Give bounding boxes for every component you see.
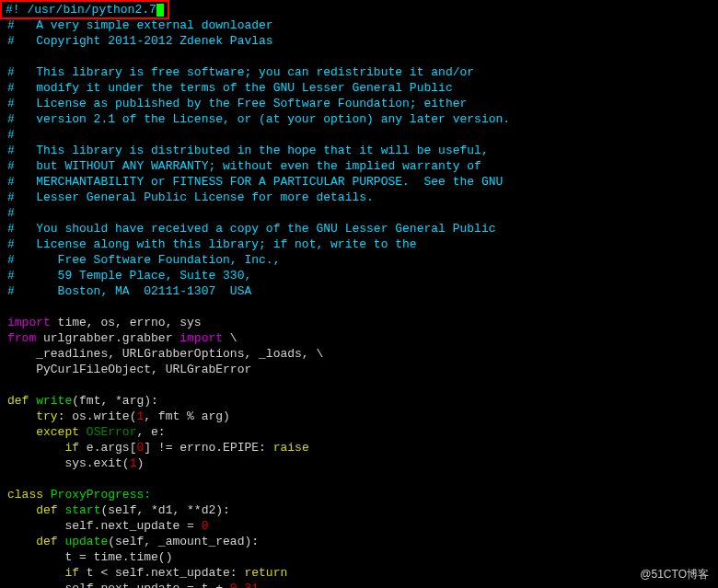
comment-line[interactable]: # You should have received a copy of the…	[7, 221, 711, 236]
comment-line[interactable]: # Boston, MA 02111-1307 USA	[7, 283, 711, 299]
comment-line[interactable]: # This library is free software; you can…	[7, 64, 711, 80]
except-line[interactable]: except OSError, e:	[7, 424, 711, 440]
next-update-t[interactable]: self.next_update = t + 0.31	[7, 581, 711, 588]
comment-line[interactable]: # License as published by the Free Softw…	[7, 96, 711, 111]
comment-line[interactable]	[7, 49, 711, 64]
def-write[interactable]: def write(fmt, *arg):	[7, 393, 711, 409]
class-def[interactable]: class ProxyProgress:	[7, 487, 711, 502]
def-update[interactable]: def update(self, _amount_read):	[7, 534, 711, 549]
t-time[interactable]: t = time.time()	[7, 549, 711, 565]
comment-line[interactable]: # modify it under the terms of the GNU L…	[7, 80, 711, 96]
blank-line	[7, 377, 711, 393]
shebang-line[interactable]: #! /usr/bin/python2.7	[6, 3, 156, 17]
watermark: @51CTO博客	[640, 567, 709, 582]
blank-line	[7, 299, 711, 315]
shebang-highlight-box: #! /usr/bin/python2.7	[0, 0, 169, 19]
comment-line[interactable]: # Lesser General Public License for more…	[7, 190, 711, 205]
comment-line[interactable]: # License along with this library; if no…	[7, 236, 711, 252]
comment-line[interactable]: # Copyright 2011-2012 Zdenek Pavlas	[7, 33, 711, 49]
try-os-write[interactable]: try: os.write(1, fmt % arg)	[7, 409, 711, 424]
blank-line	[7, 471, 711, 487]
comment-line[interactable]: # A very simple external downloader	[7, 17, 711, 33]
comment-line[interactable]: # 59 Temple Place, Suite 330,	[7, 268, 711, 283]
next-update-zero[interactable]: self.next_update = 0	[7, 518, 711, 534]
comment-line[interactable]: # This library is distributed in the hop…	[7, 143, 711, 158]
license-comments: # A very simple external downloader# Cop…	[7, 17, 711, 299]
comment-line[interactable]: #	[7, 205, 711, 221]
import-continuation-1[interactable]: _readlines, URLGrabberOptions, _loads, \	[7, 346, 711, 362]
comment-line[interactable]: # Free Software Foundation, Inc.,	[7, 252, 711, 268]
if-t-next[interactable]: if t < self.next_update: return	[7, 565, 711, 581]
from-import-line[interactable]: from urlgrabber.grabber import \	[7, 330, 711, 346]
comment-line[interactable]: # version 2.1 of the License, or (at you…	[7, 111, 711, 127]
comment-line[interactable]: # but WITHOUT ANY WARRANTY; without even…	[7, 158, 711, 174]
import-line-1[interactable]: import time, os, errno, sys	[7, 315, 711, 330]
cursor	[156, 4, 164, 17]
def-start[interactable]: def start(self, *d1, **d2):	[7, 502, 711, 518]
comment-line[interactable]: #	[7, 127, 711, 143]
comment-line[interactable]: # MERCHANTABILITY or FITNESS FOR A PARTI…	[7, 174, 711, 190]
sys-exit[interactable]: sys.exit(1)	[7, 455, 711, 471]
if-epipe[interactable]: if e.args[0] != errno.EPIPE: raise	[7, 440, 711, 455]
import-continuation-2[interactable]: PyCurlFileObject, URLGrabError	[7, 362, 711, 377]
